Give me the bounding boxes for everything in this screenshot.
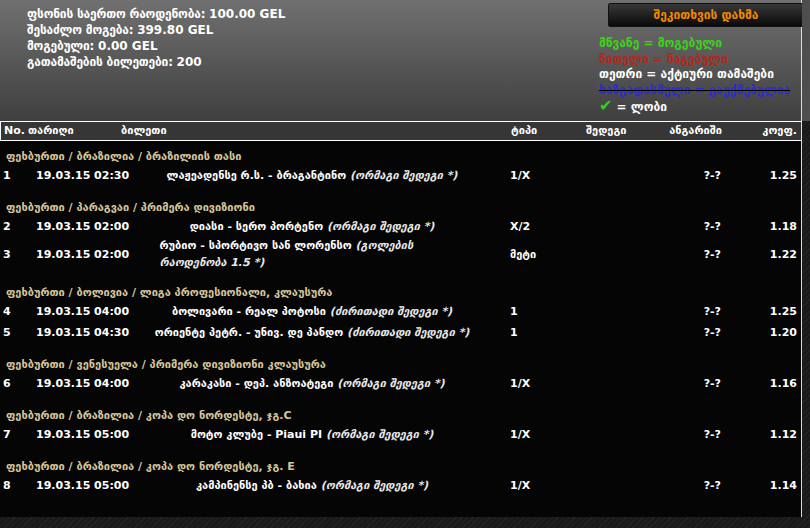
bet-row[interactable]: 2 19.03.15 02:00 დიასი - სერო პორტენო (ო… bbox=[0, 216, 801, 237]
match-name: ლაჟეადენსე რ.ს. - ბრაგანტინო bbox=[167, 169, 347, 182]
row-score: ?-? bbox=[641, 426, 721, 443]
stat-label: შესაძლო მოგება: bbox=[27, 23, 133, 37]
row-type: 1/X bbox=[505, 426, 581, 443]
row-coef: 1.12 bbox=[721, 426, 801, 443]
row-ticket: ბოლივარი - რეალ პოტოსი (ძირითადი შედეგი … bbox=[119, 303, 505, 320]
bet-row[interactable]: 6 19.03.15 04:00 კარაკასი - დეპ. ანზოატე… bbox=[0, 373, 801, 394]
row-date: 19.03.15 04:00 bbox=[27, 375, 119, 392]
column-header-result: შედეგი bbox=[582, 122, 642, 140]
stat-label: ფსონის საერთო რაოდენობა: bbox=[27, 7, 205, 21]
row-number: 4 bbox=[0, 303, 27, 320]
row-coef: 1.14 bbox=[721, 477, 801, 494]
legend-desc: = აქტიური თამაშები bbox=[646, 67, 774, 81]
row-number: 6 bbox=[0, 375, 27, 392]
column-header-ticket: ბილეთი bbox=[120, 122, 506, 140]
row-number: 7 bbox=[0, 426, 27, 443]
match-name: კარაკასი - დეპ. ანზოატეგი bbox=[179, 377, 333, 390]
category-header: ფეხბურთი / ბრაზილია / ბრაზილიის თასი bbox=[0, 149, 801, 165]
stat-value: 100.00 GEL bbox=[209, 7, 285, 21]
row-date: 19.03.15 02:00 bbox=[27, 246, 119, 263]
ask-question-button[interactable]: შეკითხვის დახმა bbox=[608, 3, 804, 27]
bet-market: (ორმაგი შედეგი *) bbox=[326, 428, 433, 441]
stat-value: 0.00 GEL bbox=[98, 39, 157, 53]
column-header-account: ანგარიში bbox=[642, 122, 722, 140]
category-header: ფეხბურთი / პარაგვაი / პრიმერა დივიზიონი bbox=[0, 200, 801, 216]
bet-market: (ორმაგი შედეგი *) bbox=[327, 220, 434, 233]
row-type: X/2 bbox=[505, 218, 581, 235]
category-header: ფეხბურთი / ბრაზილია / კოპა დო ნორდესტე, … bbox=[0, 459, 801, 475]
row-type: 1 bbox=[505, 324, 581, 341]
stat-value: 399.80 GEL bbox=[137, 23, 213, 37]
row-ticket: მოტო კლუბე - Piaui PI (ორმაგი შედეგი *) bbox=[119, 426, 505, 443]
row-date: 19.03.15 04:30 bbox=[27, 324, 119, 341]
bet-row[interactable]: 8 19.03.15 05:00 კამპინენსე პბ - ბახია (… bbox=[0, 475, 801, 496]
row-coef: 1.25 bbox=[721, 303, 801, 320]
row-type: 1/X bbox=[505, 477, 581, 494]
row-type: 1 bbox=[505, 303, 581, 320]
status-legend: მწვანე = მოგებული წითელი = წაგებული თეთრ… bbox=[599, 36, 790, 116]
row-coef: 1.25 bbox=[721, 167, 801, 184]
bet-table-body: ფეხბურთი / ბრაზილია / ბრაზილიის თასი 1 1… bbox=[0, 141, 801, 517]
row-date: 19.03.15 02:30 bbox=[27, 167, 119, 184]
bet-row[interactable]: 4 19.03.15 04:00 ბოლივარი - რეალ პოტოსი … bbox=[0, 301, 801, 322]
check-icon: ✔ bbox=[599, 96, 612, 115]
legend-desc: = მოგებული bbox=[644, 36, 722, 50]
row-date: 19.03.15 05:00 bbox=[27, 426, 119, 443]
legend-term: ხაზგადასმული bbox=[599, 83, 690, 97]
row-date: 19.03.15 05:00 bbox=[27, 477, 119, 494]
bet-row[interactable]: 1 19.03.15 02:30 ლაჟეადენსე რ.ს. - ბრაგა… bbox=[0, 165, 801, 186]
row-date: 19.03.15 04:00 bbox=[27, 303, 119, 320]
bet-row[interactable]: 7 19.03.15 05:00 მოტო კლუბე - Piaui PI (… bbox=[0, 424, 801, 445]
stat-won: მოგებული: 0.00 GEL bbox=[27, 38, 285, 54]
row-date: 19.03.15 02:00 bbox=[27, 218, 119, 235]
column-header-date: თარიღი bbox=[28, 122, 120, 140]
row-coef: 1.18 bbox=[721, 218, 801, 235]
legend-item-won: მწვანე = მოგებული bbox=[599, 36, 790, 52]
row-score: ?-? bbox=[641, 375, 721, 392]
row-score: ?-? bbox=[641, 246, 721, 263]
bet-row[interactable]: 3 19.03.15 02:00 რუბიო - სპორტივო სან ლო… bbox=[0, 237, 801, 271]
match-name: კამპინენსე პბ - ბახია bbox=[196, 479, 317, 492]
category-header: ფეხბურთი / ბრაზილია / კოპა დო ნორდესტე, … bbox=[0, 408, 801, 424]
match-name: დიასი - სერო პორტენო bbox=[190, 220, 323, 233]
match-name: ორიენტე პეტრ. - უნივ. დე პანდო bbox=[155, 326, 343, 339]
right-edge-strip bbox=[802, 0, 810, 121]
bet-market: (ორმაგი შედეგი *) bbox=[350, 169, 457, 182]
bet-market: (ძირითადი შედეგი *) bbox=[330, 305, 452, 318]
category-header: ფეხბურთი / ვენესუელა / პრიმერა დივიზიონი… bbox=[0, 357, 801, 373]
stat-draw-tickets: გათამაშების ბილეთები: 200 bbox=[27, 54, 285, 70]
row-ticket: ორიენტე პეტრ. - უნივ. დე პანდო (ძირითადი… bbox=[119, 324, 505, 341]
column-header-type: ტიპი bbox=[506, 122, 582, 140]
bet-row[interactable]: 5 19.03.15 04:30 ორიენტე პეტრ. - უნივ. დ… bbox=[0, 322, 801, 343]
legend-desc: = ლობი bbox=[617, 100, 667, 114]
match-name: რუბიო - სპორტივო სან ლორენსო bbox=[160, 239, 352, 252]
stat-label: მოგებული: bbox=[27, 39, 94, 53]
row-number: 5 bbox=[0, 324, 27, 341]
row-score: ?-? bbox=[641, 218, 721, 235]
match-name: ბოლივარი - რეალ პოტოსი bbox=[172, 305, 326, 318]
bet-market: (ძირითადი შედეგი *) bbox=[347, 326, 469, 339]
row-ticket: რუბიო - სპორტივო სან ლორენსო (გოლების რა… bbox=[119, 237, 505, 271]
row-coef: 1.20 bbox=[721, 324, 801, 341]
row-score: ?-? bbox=[641, 303, 721, 320]
row-ticket: კარაკასი - დეპ. ანზოატეგი (ორმაგი შედეგი… bbox=[119, 375, 505, 392]
legend-item-cancelled: ხაზგადასმული = გაუქმებულია bbox=[599, 83, 790, 99]
row-number: 1 bbox=[0, 167, 27, 184]
row-number: 8 bbox=[0, 477, 27, 494]
main-panel: ფსონის საერთო რაოდენობა: 100.00 GEL შესა… bbox=[0, 0, 802, 517]
row-score: ?-? bbox=[641, 477, 721, 494]
row-type: 1/X bbox=[505, 375, 581, 392]
match-name: მოტო კლუბე - Piaui PI bbox=[191, 428, 323, 441]
row-type: მეტი bbox=[505, 246, 581, 263]
row-coef: 1.22 bbox=[721, 246, 801, 263]
category-header: ფეხბურთი / ბოლივია / ლიგა პროფესიონალი, … bbox=[0, 285, 801, 301]
legend-term: თეთრი bbox=[599, 67, 642, 81]
bet-table-header: No. თარიღი ბილეთი ტიპი შედეგი ანგარიში კ… bbox=[0, 121, 801, 141]
bet-market: (ორმაგი შედეგი *) bbox=[337, 377, 444, 390]
legend-item-lobby: ✔ = ლობი bbox=[599, 98, 790, 116]
row-score: ?-? bbox=[641, 167, 721, 184]
row-ticket: დიასი - სერო პორტენო (ორმაგი შედეგი *) bbox=[119, 218, 505, 235]
summary-panel: ფსონის საერთო რაოდენობა: 100.00 GEL შესა… bbox=[0, 0, 801, 121]
row-number: 3 bbox=[0, 246, 27, 263]
bet-market: (ორმაგი შედეგი *) bbox=[321, 479, 428, 492]
